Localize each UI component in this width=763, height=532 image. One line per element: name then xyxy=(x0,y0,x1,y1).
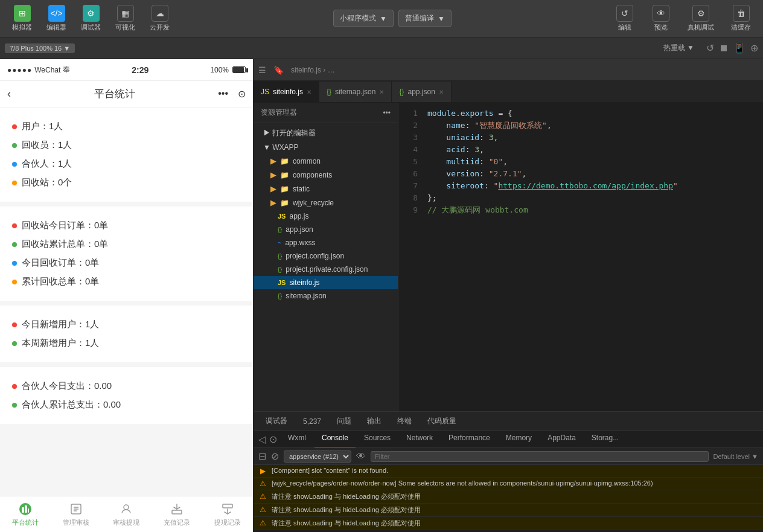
file-app-js[interactable]: JS app.js xyxy=(254,210,398,223)
preview-btn[interactable]: 👁 预览 xyxy=(645,2,677,34)
code-editor[interactable]: 1 module.exports = { 2 name: "智慧废品回收系统",… xyxy=(398,103,763,411)
console-tab-wxml[interactable]: Wxml xyxy=(281,431,313,448)
tab-siteinfo-js[interactable]: JS siteinfo.js ✕ xyxy=(254,81,319,102)
order-stats-section: 回收站今日订单：0单 回收站累计总单：0单 今日回收订单：0单 累计回收总单：0… xyxy=(0,207,253,301)
console-tab-console[interactable]: Console xyxy=(314,431,356,448)
console-tab-memory[interactable]: Memory xyxy=(499,431,539,448)
phone-content: 用户：1人 回收员：1人 合伙人：1人 回收站：0个 xyxy=(0,107,253,496)
nav-admin-review[interactable]: 管理审核 xyxy=(51,502,101,527)
dot-red-3 xyxy=(12,322,17,327)
filter-input[interactable] xyxy=(371,451,709,462)
open-editors-label[interactable]: ▶ 打开的编辑器 xyxy=(254,126,398,141)
console-tab-performance[interactable]: Performance xyxy=(441,431,497,448)
folder-wjyk-recycle[interactable]: ▶ 📁 wjyk_recycle xyxy=(254,196,398,210)
top-toolbar: ⊞ 模拟器 </> 编辑器 ⚙ 调试器 ▦ 可视化 ☁ 云开发 小程序模式 ▼ … xyxy=(0,0,763,37)
more-icon[interactable]: ••• xyxy=(218,88,228,100)
file-app-wxss[interactable]: ~ app.wxss xyxy=(254,236,398,249)
devtools-tab-terminal[interactable]: 终端 xyxy=(390,414,419,429)
folder-static[interactable]: ▶ 📁 static xyxy=(254,182,398,196)
page-title: 平台统计 xyxy=(11,87,218,101)
wxapp-label[interactable]: ▼ WXAPP xyxy=(254,141,398,154)
dot-blue xyxy=(12,162,17,167)
code-line-2: 2 name: "智慧废品回收系统", xyxy=(398,120,763,132)
tab-sitemap-json[interactable]: {} sitemap.json ✕ xyxy=(319,81,392,102)
file-app-json[interactable]: {} app.json xyxy=(254,223,398,236)
file-siteinfo-js[interactable]: JS siteinfo.js xyxy=(254,276,398,289)
folder-components[interactable]: ▶ 📁 components xyxy=(254,168,398,182)
svg-rect-9 xyxy=(172,510,182,514)
ide-panel: ☰ 🔖 siteinfo.js › … JS siteinfo.js ✕ {} … xyxy=(254,59,763,532)
phone-icon[interactable]: 📱 xyxy=(733,42,745,54)
console-tab-sources[interactable]: Sources xyxy=(357,431,398,448)
battery-icon xyxy=(232,66,246,73)
wechat-label: WeChat xyxy=(34,66,60,74)
clear-btn[interactable]: 🗑 清缓存 xyxy=(725,2,757,34)
new-user-stats-section: 今日新增用户：1人 本周新增用户：1人 xyxy=(0,306,253,362)
cloud-btn[interactable]: ☁ 云开发 xyxy=(144,2,176,34)
devtools-eye-icon[interactable]: 👁 xyxy=(356,451,366,462)
log-entry-1: ▶ [Component] slot "content" is not foun… xyxy=(254,465,763,478)
lines-icon[interactable]: ☰ xyxy=(258,65,266,75)
file-project-private[interactable]: {} project.private.config.json xyxy=(254,263,398,276)
console-tab-appdata[interactable]: AppData xyxy=(540,431,583,448)
nav-audit-withdraw[interactable]: 审核提现 xyxy=(101,502,152,527)
mode-dropdown[interactable]: 小程序模式 ▼ xyxy=(333,10,394,27)
devtools-arrow-left[interactable]: ◁ xyxy=(258,434,266,445)
devtools-tab-problems[interactable]: 问题 xyxy=(330,414,359,429)
code-line-5: 5 multiid: "0", xyxy=(398,156,763,168)
devtools-settings-icon[interactable]: ⊟ xyxy=(258,450,266,462)
devtools-tab-count[interactable]: 5,237 xyxy=(296,415,328,428)
nav-recharge-records[interactable]: 充值记录 xyxy=(152,502,202,527)
editor-btn[interactable]: </> 编辑器 xyxy=(40,2,72,34)
stop-icon[interactable]: ⏹ xyxy=(719,43,729,54)
file-sitemap-json[interactable]: {} sitemap.json xyxy=(254,289,398,303)
hot-reload-btn[interactable]: 热重载 ▼ xyxy=(659,40,699,56)
default-level-label[interactable]: Default level ▼ xyxy=(714,453,758,460)
context-dropdown[interactable]: appservice (#12) xyxy=(284,450,351,463)
real-debug-btn[interactable]: ⚙ 真机调试 xyxy=(682,2,720,34)
warn-icon-1: ▶ xyxy=(258,467,267,475)
console-tab-network[interactable]: Network xyxy=(399,431,440,448)
devtools-log-content: ▶ [Component] slot "content" is not foun… xyxy=(254,465,763,532)
compile-btn[interactable]: ↺ 编辑 xyxy=(609,2,640,34)
file-tabs: JS siteinfo.js ✕ {} sitemap.json ✕ {} ap… xyxy=(254,81,763,103)
log-entry-5: ⚠ 请注意 showLoading 与 hideLoading 必须配对使用 xyxy=(254,517,763,530)
dot-red xyxy=(12,124,17,129)
editor-area: 资源管理器 ••• ▶ 打开的编辑器 ▼ WXAPP ▶ 📁 common xyxy=(254,103,763,411)
simulator-btn[interactable]: ⊞ 模拟器 xyxy=(6,2,38,34)
nav-platform-stats[interactable]: 平台统计 xyxy=(0,502,51,527)
folder-common[interactable]: ▶ 📁 common xyxy=(254,154,398,168)
refresh-icon[interactable]: ↺ xyxy=(706,42,714,54)
debugger-btn[interactable]: ⚙ 调试器 xyxy=(75,2,107,34)
battery-pct: 100% xyxy=(210,66,229,74)
code-line-8: 8 }; xyxy=(398,192,763,204)
svg-point-8 xyxy=(124,505,129,510)
console-tab-storage[interactable]: Storag... xyxy=(584,431,626,448)
explorer-menu[interactable]: ••• xyxy=(383,109,391,117)
devtools-panel: 调试器 5,237 问题 输出 终端 代码质量 xyxy=(254,411,763,532)
settings-icon[interactable]: ⊕ xyxy=(750,42,758,54)
devtools-circle[interactable]: ⊙ xyxy=(269,434,277,445)
file-project-config[interactable]: {} project.config.json xyxy=(254,249,398,263)
clock: 2:29 xyxy=(132,65,148,75)
secondary-toolbar: 7/8 Plus 100% 16 ▼ 热重载 ▼ ↺ ⏹ 📱 ⊕ xyxy=(0,37,763,59)
devtools-stop-icon[interactable]: ⊘ xyxy=(271,450,279,462)
stat-total-recycle: 累计回收总单：0单 xyxy=(12,272,241,291)
devtools-tab-output[interactable]: 输出 xyxy=(360,414,389,429)
bookmark-icon[interactable]: 🔖 xyxy=(273,65,284,75)
version-badge[interactable]: 7/8 Plus 100% 16 ▼ xyxy=(5,43,75,53)
warn-icon-2: ⚠ xyxy=(258,479,267,488)
code-line-7: 7 siteroot: "https://demo.ttbobo.com/app… xyxy=(398,180,763,192)
devtools-tab-code-quality[interactable]: 代码质量 xyxy=(420,414,464,429)
tab-app-json[interactable]: {} app.json ✕ xyxy=(392,81,451,102)
visualize-btn[interactable]: ▦ 可视化 xyxy=(109,2,141,34)
phone-nav-bar: ‹ 平台统计 ••• ⊙ xyxy=(0,81,253,107)
devtools-tab-debugger[interactable]: 调试器 xyxy=(258,414,295,429)
compile-dropdown[interactable]: 普通编译 ▼ xyxy=(398,10,452,27)
code-line-3: 3 uniacid: 3, xyxy=(398,132,763,144)
scan-icon[interactable]: ⊙ xyxy=(238,88,246,100)
open-editors-section: ▶ 打开的编辑器 ▼ WXAPP ▶ 📁 common ▶ 📁 componen… xyxy=(254,123,398,305)
nav-withdraw-records[interactable]: 提现记录 xyxy=(202,502,253,527)
phone-status-bar: ●●●●● WeChat 奉 2:29 100% xyxy=(0,59,253,81)
stat-stations: 回收站：0个 xyxy=(12,173,241,192)
